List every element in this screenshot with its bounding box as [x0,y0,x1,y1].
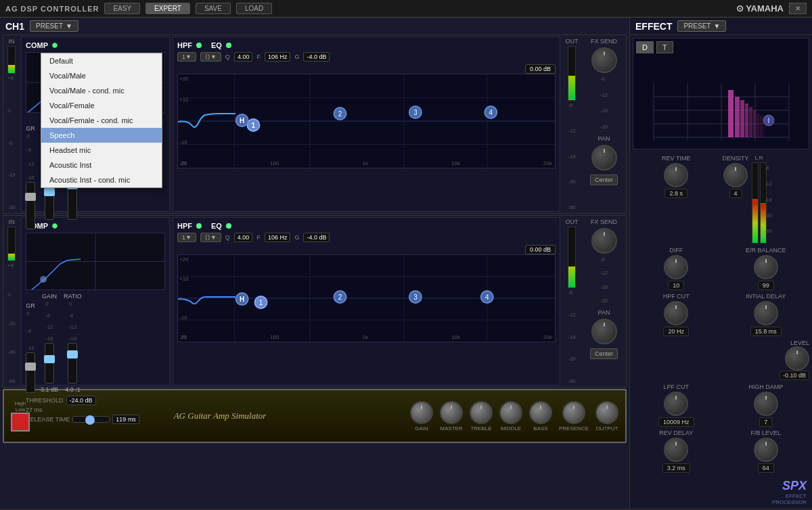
effect-rev-time-knob[interactable] [664,163,688,187]
effect-tab-d[interactable]: D [636,41,654,53]
effect-level-knob[interactable] [785,346,809,371]
ch1-gr-slider[interactable] [26,182,35,229]
effect-er-balance-knob[interactable] [754,255,778,279]
ch2-hpf-indicator[interactable] [196,223,202,229]
ch2-ratio-value: 4.0 :1 [65,386,81,393]
ch1-eq-type-selector[interactable]: ⟨⟩▼ [200,52,221,62]
ch1-hpf-indicator[interactable] [196,43,202,48]
ch2-eq-indicator[interactable] [226,223,231,229]
ch2-fx-send-section: FX SEND -6 -12 -18 -30 PAN Center [582,216,626,387]
svg-text:H: H [240,117,244,124]
ch1-header: CH1 PRESET ▼ [0,18,629,33]
dropdown-item-speech[interactable]: Speech [41,128,162,143]
effect-header: EFFECT PRESET▼ [630,18,812,35]
effect-initial-delay-value: 15.8 ms [750,327,782,336]
ch2-thresh-value: -24.0 dB [66,396,96,405]
ch2-gr-slider[interactable] [26,352,35,393]
dropdown-item-vocal-male[interactable]: Vocal/Male [41,68,162,83]
effect-dt-tabs: D T [633,39,809,56]
svg-text:I: I [768,117,770,124]
effect-density-group: DENSITY 4 [723,155,749,244]
ch1-fx-send-knob[interactable] [591,47,617,73]
preset-dropdown[interactable]: Default Vocal/Male Vocal/Male - cond. mi… [41,53,162,188]
ch2-eq-type-selector[interactable]: ⟨⟩▼ [200,233,221,242]
amp-middle-knob[interactable] [499,401,522,424]
amp-treble-knob[interactable] [470,401,493,424]
ch1-pan-knob[interactable] [591,145,617,170]
ch2-gr-group: GR 0-6-12 [26,302,35,393]
ch2-eq-graph[interactable]: H 1 2 3 4 20 100 1k 10k [177,254,556,342]
close-button[interactable]: ✕ [789,3,807,14]
ch2-g-value: -4.0 dB [303,233,330,242]
effect-rev-delay-label: REV DELAY [659,430,693,436]
amp-master-label: MASTER [440,425,462,432]
ch1-in-db-scale: +6 0 -6 -18 -30 [7,75,16,210]
effect-density-knob[interactable] [723,163,748,187]
ch1-pan-center-button[interactable]: Center [590,175,618,185]
svg-text:H: H [240,296,244,303]
effect-density-value: 4 [729,189,742,198]
amp-treble-group: TREBLE [470,401,493,432]
ch2-comp-power-indicator[interactable] [52,223,58,229]
dropdown-item-default[interactable]: Default [41,53,162,68]
ch2-eq-header: HPF EQ [177,222,556,230]
amp-presence-knob[interactable] [562,401,585,424]
effect-preset-button[interactable]: PRESET▼ [677,20,726,32]
ch2-pan-knob[interactable] [591,319,617,344]
dropdown-item-headset-mic[interactable]: Headset mic [41,143,162,158]
ch2-fx-send-knob[interactable] [591,228,617,254]
expert-mode-button[interactable]: EXPERT [145,3,190,14]
effect-high-damp-knob[interactable] [754,392,778,416]
effect-high-damp-label: HIGH DAMP [748,384,783,390]
ch1-comp-title: COMP [26,41,48,49]
effect-l-meter [752,162,759,244]
effect-fb-level-knob[interactable] [754,438,778,462]
ch1-pan-label: PAN [598,135,610,142]
ch2-eq-band-selector[interactable]: 1▼ [177,233,196,242]
amp-bass-knob[interactable] [529,401,552,424]
amp-gain-knob[interactable] [410,401,433,424]
amp-power-button[interactable] [11,413,30,432]
ch2-ratio-slider[interactable] [68,343,77,384]
amp-treble-label: TREBLE [470,425,491,432]
ch1-eq-band-selector[interactable]: 1▼ [177,52,196,62]
effect-hpf-cut-label: HPF CUT [663,293,690,300]
dropdown-item-vocal-female[interactable]: Vocal/Female [41,98,162,113]
save-button[interactable]: SAVE [196,3,231,14]
amp-master-group: MASTER [440,401,463,432]
ch1-comp-power-indicator[interactable] [52,43,58,48]
dropdown-item-vocal-female-cond[interactable]: Vocal/Female - cond. mic [41,113,162,128]
effect-lpf-cut-knob[interactable] [664,392,688,416]
ch1-g-value: -4.0 dB [303,52,330,62]
effect-rev-delay-knob[interactable] [664,438,688,462]
effect-initial-delay-knob[interactable] [754,301,778,325]
effect-params-grid: REV TIME 2.8 s DENSITY 4 L R [630,152,812,476]
yamaha-logo: ⊙ YAMAHA [736,3,784,14]
effect-diff-knob[interactable] [664,255,688,279]
ch1-in-label: IN [9,38,15,45]
effect-high-damp-value: 7 [759,417,772,427]
svg-rect-50 [735,97,740,137]
ch1-preset-button[interactable]: PRESET ▼ [30,20,78,32]
effect-diff-value: 10 [668,281,684,290]
effect-er-balance-value: 99 [758,281,774,290]
ch1-eq-graph[interactable]: 1 H 2 3 4 [177,74,556,168]
amp-master-knob[interactable] [440,401,463,424]
load-button[interactable]: LOAD [236,3,272,14]
effect-diff-label: DIFF [669,247,683,254]
dropdown-item-vocal-male-cond[interactable]: Vocal/Male - cond. mic [41,83,162,98]
ch2-release-slider[interactable] [72,416,110,423]
effect-tab-t[interactable]: T [656,41,673,53]
ch2-eq-section: HPF EQ 1▼ ⟨⟩▼ Q 4.00 F 106 Hz G -4.0 dB … [173,217,560,386]
ch2-gain-slider[interactable] [45,343,54,384]
dropdown-item-acoustic-inst[interactable]: Acoustic Inst [41,158,162,172]
amp-bass-label: BASS [533,425,547,432]
ch2-pan-center-button[interactable]: Center [590,348,618,359]
svg-text:3: 3 [413,109,418,116]
ch1-eq-indicator[interactable] [226,43,231,48]
effect-hpf-cut-knob[interactable] [664,301,688,325]
amp-output-knob[interactable] [595,401,618,424]
easy-mode-button[interactable]: EASY [104,3,140,14]
effect-lpf-cut-label: LPF CUT [663,384,689,390]
dropdown-item-acoustic-inst-cond[interactable]: Acoustic Inst - cond. mic [41,172,162,187]
